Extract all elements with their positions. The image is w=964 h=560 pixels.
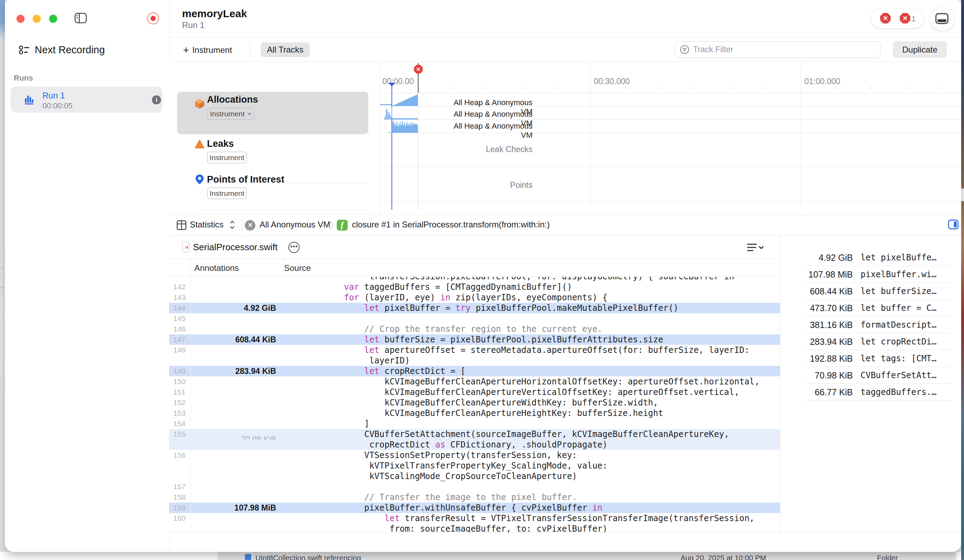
- code-line-143[interactable]: 143 for (layerID, eye) in zip(layerIDs, …: [169, 292, 780, 303]
- code-text: // Crop the transfer region to the curre…: [283, 324, 602, 334]
- sidebar-item-run-1[interactable]: Run 1 00:00:05 i: [11, 86, 163, 113]
- line-number: 145: [169, 313, 186, 324]
- code-line-159[interactable]: 159107.98 MiB pixelBuffer.withUnsafeBuff…: [169, 503, 780, 513]
- code-line-147[interactable]: 147608.44 KiB let bufferSize = pixelBuff…: [169, 334, 780, 345]
- add-instrument-label: Instrument: [192, 45, 232, 55]
- error-flag-icon[interactable]: ✕: [414, 65, 423, 74]
- inspector-toggle-icon[interactable]: [948, 219, 959, 229]
- code-line-158[interactable]: 158 // Transfer the image to the pixel b…: [169, 492, 780, 503]
- code-line-wrap[interactable]: transferSession.pixelBufferPool, for: di…: [169, 277, 780, 282]
- code-text: // Transfer the image to the pixel buffe…: [283, 492, 577, 503]
- code-line-152[interactable]: 152 kCVImageBufferCleanApertureWidthKey:…: [169, 398, 780, 408]
- points-instrument-button[interactable]: Instrument: [207, 187, 247, 199]
- code-line-149[interactable]: 149283.94 KiB let cropRectDict = [: [169, 366, 780, 377]
- breadcrumb-item-category[interactable]: All Anonymous VM: [260, 220, 330, 229]
- allocation-code-snippet: taggedBuffers.…: [860, 387, 951, 397]
- track-selection-allocations[interactable]: [177, 92, 368, 134]
- document-subtitle: Run 1: [182, 20, 205, 30]
- allocation-code-snippet: let buffer = C…: [860, 303, 951, 313]
- code-line-145[interactable]: 145: [169, 313, 780, 324]
- bottom-panel-toggle-button[interactable]: [930, 6, 954, 31]
- allocations-cube-icon: [195, 99, 205, 109]
- error-count: 1: [911, 15, 915, 23]
- gridline: [380, 201, 961, 202]
- code-text: var taggedBuffers = [CMTaggedDynamicBuff…: [283, 282, 572, 292]
- code-line-155[interactable]: 15570.98 KiB CVBufferSetAttachment(sourc…: [169, 429, 780, 440]
- background-file-name: UInt8Collection.swift referencing: [256, 554, 361, 560]
- allocation-list-item[interactable]: 473.70 KiBlet buffer = C…: [780, 300, 961, 317]
- code-text: ]: [283, 419, 370, 429]
- allocation-list-item[interactable]: 608.44 KiBlet bufferSize…: [780, 283, 961, 300]
- line-number: 155: [169, 429, 186, 440]
- line-number: 147: [169, 334, 186, 345]
- allocations-activity-chart-lower[interactable]: [380, 120, 425, 133]
- all-tracks-button[interactable]: All Tracks: [261, 42, 310, 57]
- allocation-list-item[interactable]: 283.94 KiBlet cropRectDi…: [780, 333, 961, 350]
- detail-view-selector[interactable]: Statistics: [190, 220, 223, 229]
- leaks-instrument-button[interactable]: Instrument: [207, 152, 247, 163]
- allocation-sizes-panel: 4.92 GiBlet pixelBuffe…107.98 MiBpixelBu…: [780, 235, 961, 532]
- allocation-list-item[interactable]: 192.88 KiBlet tags: [CMT…: [780, 350, 961, 367]
- track-filter-input[interactable]: Track Filter: [675, 41, 881, 58]
- code-line-151[interactable]: 151 kCVImageBufferCleanApertureVerticalO…: [169, 387, 780, 398]
- allocation-list-item[interactable]: 107.98 MiBpixelBuffer.wi…: [780, 266, 961, 283]
- track-title-allocations[interactable]: Allocations: [207, 94, 258, 105]
- allocations-activity-chart-upper[interactable]: [380, 107, 425, 120]
- code-text: transferSession.pixelBufferPool, for: di…: [283, 277, 734, 282]
- swift-file-icon: [182, 242, 190, 252]
- allocation-list-item[interactable]: 4.92 GiBlet pixelBuffe…: [780, 249, 961, 266]
- code-line-148[interactable]: 148 let apertureOffset = stereoMetadata.…: [169, 345, 780, 355]
- code-line-wrap[interactable]: kVTPixelTransferPropertyKey_ScalingMode,…: [169, 461, 780, 471]
- code-line-wrap[interactable]: kVTScalingMode_CropSourceToCleanAperture…: [169, 471, 780, 482]
- track-title-leaks[interactable]: Leaks: [207, 138, 234, 149]
- code-line-146[interactable]: 146 // Crop the transfer region to the c…: [169, 324, 780, 334]
- code-line-144[interactable]: 1444.92 GiB let pixelBuffer = try pixelB…: [169, 303, 780, 313]
- close-window-button[interactable]: [16, 15, 24, 23]
- column-header-annotations[interactable]: Annotations: [194, 263, 239, 273]
- desktop-wallpaper-right: [961, 0, 964, 560]
- column-header-source[interactable]: Source: [284, 263, 311, 273]
- track-row-label: Leak Checks: [455, 145, 532, 154]
- zoom-window-button[interactable]: [49, 15, 57, 23]
- error-badges-pill[interactable]: ✕ ✕: [871, 8, 924, 28]
- code-line-150[interactable]: 150 kCVImageBufferCleanApertureHorizonta…: [169, 377, 780, 387]
- code-line-157[interactable]: 157: [169, 482, 780, 492]
- info-icon[interactable]: i: [152, 95, 161, 104]
- allocations-size-chart[interactable]: [380, 93, 425, 106]
- code-line-153[interactable]: 153 kCVImageBufferCleanApertureHeightKey…: [169, 408, 780, 419]
- allocation-list-item[interactable]: 66.77 KiBtaggedBuffers.…: [780, 384, 961, 401]
- code-line-wrap[interactable]: layerID): [169, 355, 780, 366]
- code-line-160[interactable]: 160 let transferResult = VTPixelTransfer…: [169, 513, 780, 524]
- ellipsis-menu-icon[interactable]: •••: [288, 242, 300, 253]
- allocations-instrument-dropdown[interactable]: Instrument: [207, 108, 254, 120]
- breadcrumb-item-function[interactable]: closure #1 in SerialProcessor.transform(…: [352, 220, 550, 229]
- add-instrument-button[interactable]: + Instrument: [183, 45, 232, 55]
- line-number: 160: [169, 513, 186, 524]
- ruler-time-label: 00:00.00: [383, 77, 414, 86]
- code-text: cropRectDict as CFDictionary, .shouldPro…: [283, 440, 607, 450]
- track-title-points-of-interest[interactable]: Points of Interest: [207, 174, 285, 185]
- memory-annotation: 283.94 KiB: [191, 366, 276, 377]
- desktop-wallpaper-left: [0, 0, 5, 560]
- duplicate-button[interactable]: Duplicate: [893, 41, 947, 58]
- sort-options-button[interactable]: [746, 242, 764, 253]
- minimize-window-button[interactable]: [33, 15, 41, 23]
- code-line-156[interactable]: 156 VTSessionSetProperty(transferSession…: [169, 450, 780, 461]
- allocation-list-item[interactable]: 381.16 KiBformatDescript…: [780, 317, 961, 333]
- code-line-154[interactable]: 154 ]: [169, 419, 780, 429]
- allocation-list-item[interactable]: 70.98 KiBCVBufferSetAtt…: [780, 367, 961, 384]
- up-down-chevrons-icon[interactable]: [230, 219, 235, 230]
- code-line-wrap[interactable]: from: sourceImageBuffer, to: cvPixelBuff…: [169, 524, 780, 532]
- line-number: 146: [169, 324, 186, 334]
- code-text: VTSessionSetProperty(transferSession, ke…: [283, 450, 577, 461]
- record-button[interactable]: [147, 12, 159, 24]
- toggle-sidebar-icon[interactable]: [74, 13, 87, 23]
- line-number: 151: [169, 387, 186, 398]
- code-line-wrap[interactable]: cropRectDict as CFDictionary, .shouldPro…: [169, 440, 780, 450]
- sidebar-item-next-recording[interactable]: Next Recording: [19, 44, 105, 56]
- gridline: [380, 166, 961, 167]
- code-line-142[interactable]: 142 var taggedBuffers = [CMTaggedDynamic…: [169, 282, 780, 292]
- source-file-name[interactable]: SerialProcessor.swift: [193, 242, 277, 253]
- divider: [169, 37, 961, 37]
- run-duration: 00:00:05: [42, 101, 73, 110]
